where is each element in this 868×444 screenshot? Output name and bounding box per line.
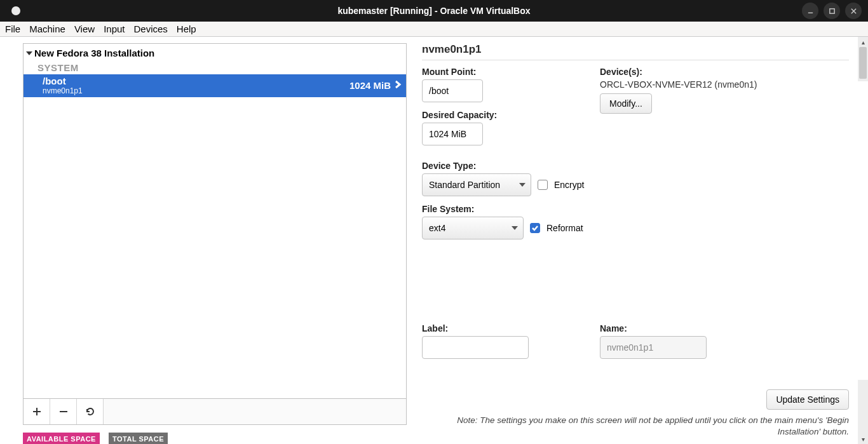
menu-devices[interactable]: Devices (134, 24, 168, 34)
filesystem-label: File System: (422, 204, 600, 214)
chevron-right-icon (393, 80, 402, 91)
name-field-label: Name: (600, 323, 849, 333)
tree-item-size: 1024 MiB (349, 80, 391, 91)
mount-point-label: Mount Point: (422, 67, 600, 77)
close-button[interactable] (845, 3, 862, 19)
tree-header-label: New Fedora 38 Installation (34, 48, 154, 58)
desired-capacity-label: Desired Capacity: (422, 110, 600, 120)
filesystem-value: ext4 (429, 223, 445, 233)
devices-label: Device(s): (600, 67, 849, 77)
filesystem-select[interactable]: ext4 (422, 217, 524, 239)
scroll-up-icon[interactable]: ▴ (858, 37, 868, 47)
caret-down-icon (26, 51, 32, 55)
label-input[interactable] (422, 336, 529, 359)
menu-view[interactable]: View (74, 24, 95, 34)
mount-point-input[interactable] (422, 79, 483, 102)
device-type-label: Device Type: (422, 161, 600, 171)
update-settings-button[interactable]: Update Settings (766, 389, 849, 410)
minimize-button[interactable] (802, 3, 818, 19)
available-space-tag: AVAILABLE SPACE (23, 433, 100, 444)
device-type-select[interactable]: Standard Partition (422, 173, 531, 196)
menu-machine[interactable]: Machine (29, 24, 65, 34)
scrollbar-thumb[interactable] (859, 47, 867, 79)
modify-devices-button[interactable]: Modify... (600, 93, 652, 114)
remove-partition-button[interactable] (50, 399, 77, 424)
encrypt-checkbox[interactable] (538, 180, 548, 190)
tree-section-system: SYSTEM (24, 60, 406, 74)
device-type-value: Standard Partition (429, 180, 500, 190)
label-field-label: Label: (422, 323, 600, 333)
tree-item-device: nvme0n1p1 (43, 87, 349, 95)
desired-capacity-input[interactable] (422, 123, 483, 145)
partition-details-panel: nvme0n1p1 Mount Point: Desired Capacity:… (407, 37, 868, 444)
reload-button[interactable] (77, 399, 104, 424)
space-tags: AVAILABLE SPACE TOTAL SPACE (23, 433, 407, 444)
window-controls (802, 3, 868, 19)
encrypt-label: Encrypt (554, 180, 584, 190)
left-gutter (0, 37, 23, 444)
partition-tree: New Fedora 38 Installation SYSTEM /boot … (23, 43, 407, 398)
chevron-down-icon (519, 183, 526, 187)
reformat-label: Reformat (546, 223, 583, 233)
window-title: kubemaster [Running] - Oracle VM Virtual… (337, 6, 530, 16)
menu-input[interactable]: Input (104, 24, 125, 34)
svg-rect-0 (829, 8, 834, 13)
tree-item-mount: /boot (43, 76, 349, 87)
workspace: New Fedora 38 Installation SYSTEM /boot … (0, 37, 868, 444)
total-space-tag: TOTAL SPACE (109, 433, 168, 444)
partition-list-panel: New Fedora 38 Installation SYSTEM /boot … (23, 37, 407, 444)
tree-header[interactable]: New Fedora 38 Installation (24, 44, 406, 60)
name-input (600, 336, 707, 359)
maximize-button[interactable] (824, 3, 840, 19)
tree-toolbar (23, 398, 407, 425)
tree-item-boot[interactable]: /boot nvme0n1p1 1024 MiB (24, 74, 406, 97)
menu-help[interactable]: Help (177, 24, 196, 34)
chevron-down-icon (512, 226, 518, 230)
add-partition-button[interactable] (24, 399, 50, 424)
reformat-checkbox[interactable] (530, 223, 540, 233)
scroll-down-icon[interactable]: ▾ (858, 434, 868, 444)
window-titlebar: kubemaster [Running] - Oracle VM Virtual… (0, 0, 868, 22)
details-title: nvme0n1p1 (422, 43, 849, 60)
app-indicator-icon (11, 6, 20, 15)
menubar: File Machine View Input Devices Help (0, 22, 868, 37)
settings-note: Note: The settings you make on this scre… (422, 415, 849, 438)
menu-file[interactable]: File (5, 24, 20, 34)
devices-value: ORCL-VBOX-NVME-VER12 (nvme0n1) (600, 79, 849, 90)
vertical-scrollbar[interactable]: ▴ ▾ (858, 37, 868, 444)
